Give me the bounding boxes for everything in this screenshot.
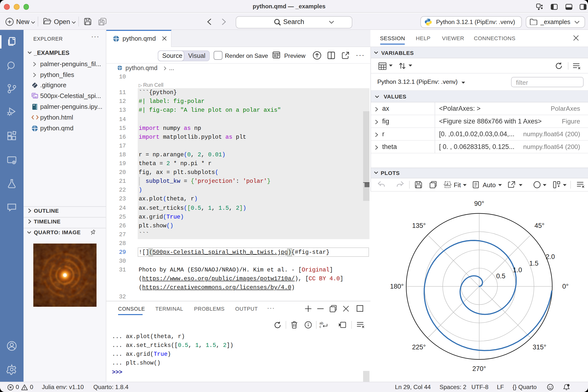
svg-text:90°: 90° bbox=[474, 200, 484, 207]
svg-text:c: c bbox=[320, 324, 321, 328]
svg-text:270°: 270° bbox=[472, 365, 486, 372]
svg-text:2.0: 2.0 bbox=[546, 253, 555, 260]
svg-text:45°: 45° bbox=[534, 222, 545, 229]
svg-text:1.0: 1.0 bbox=[513, 266, 522, 274]
svg-text:315°: 315° bbox=[533, 343, 546, 350]
svg-text:225°: 225° bbox=[412, 343, 426, 350]
svg-text:1.5: 1.5 bbox=[529, 260, 538, 267]
svg-text:0.5: 0.5 bbox=[496, 272, 506, 280]
svg-text:180°: 180° bbox=[390, 282, 404, 290]
svg-text:135°: 135° bbox=[412, 222, 426, 229]
svg-text:0°: 0° bbox=[562, 282, 569, 290]
